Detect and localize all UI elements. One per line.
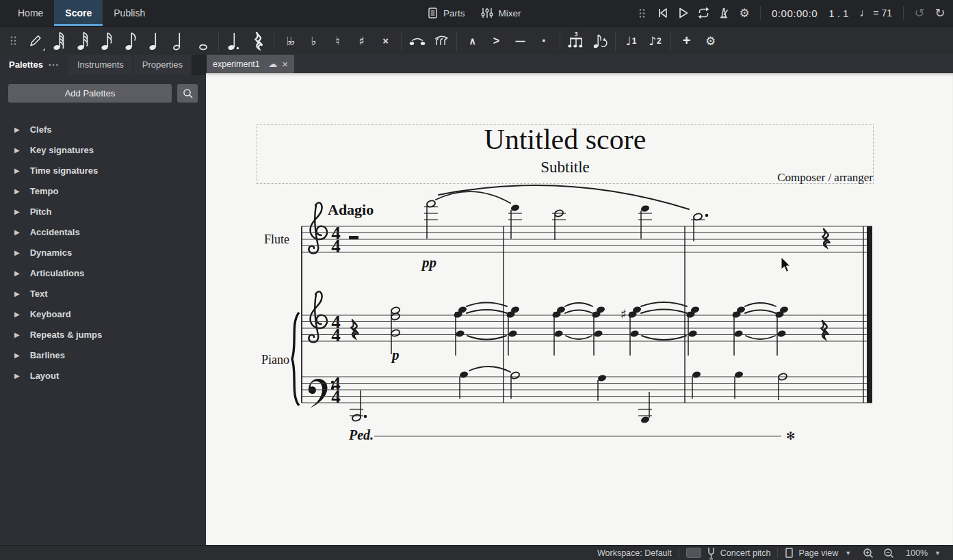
- flip-direction-button[interactable]: [588, 29, 612, 53]
- expand-arrow-icon[interactable]: ▶: [14, 167, 20, 174]
- rewind-button[interactable]: [652, 3, 673, 23]
- palette-item-barlines[interactable]: ▶Barlines: [0, 345, 206, 365]
- expand-arrow-icon[interactable]: ▶: [14, 187, 20, 195]
- palette-item-accidentals[interactable]: ▶Accidentals: [0, 222, 206, 242]
- tab-home[interactable]: Home: [7, 0, 54, 26]
- divider: [615, 31, 616, 51]
- palette-item-time-signatures[interactable]: ▶Time signatures: [0, 160, 206, 181]
- double-sharp-button[interactable]: ×: [374, 29, 397, 53]
- note-eighth-button[interactable]: [119, 29, 143, 53]
- undo-button[interactable]: ↺: [909, 3, 930, 23]
- tuplet-button[interactable]: 3: [564, 29, 588, 53]
- play-button[interactable]: [673, 3, 693, 23]
- mixer-button[interactable]: Mixer: [476, 4, 525, 22]
- tab-palettes[interactable]: Palettes ···: [0, 55, 68, 75]
- expand-arrow-icon[interactable]: ▶: [14, 372, 20, 379]
- note-32nd-button[interactable]: [71, 29, 95, 53]
- pedal-marking[interactable]: Ped.: [348, 427, 374, 442]
- tab-properties[interactable]: Properties: [133, 55, 192, 75]
- note-input-pencil-button[interactable]: [23, 29, 47, 53]
- flat-button[interactable]: ♭: [302, 29, 326, 53]
- marcato-button[interactable]: ∧: [460, 29, 484, 53]
- expand-arrow-icon[interactable]: ▶: [14, 310, 20, 318]
- palette-item-key-signatures[interactable]: ▶Key signatures: [0, 139, 206, 160]
- play-icon: [676, 6, 690, 20]
- voice-2-button[interactable]: ♪ 2: [643, 29, 667, 53]
- dynamic-p[interactable]: p: [391, 347, 400, 363]
- zoom-out-button[interactable]: [878, 546, 899, 560]
- playback-settings-button[interactable]: ⚙: [734, 3, 755, 23]
- staccato-button[interactable]: ·: [532, 29, 556, 53]
- expand-arrow-icon[interactable]: ▶: [14, 228, 20, 236]
- augmentation-dot-button[interactable]: [222, 29, 246, 53]
- zoom-in-button[interactable]: [858, 546, 878, 560]
- search-icon: [182, 88, 194, 99]
- palette-item-clefs[interactable]: ▶Clefs: [0, 119, 206, 139]
- expand-arrow-icon[interactable]: ▶: [14, 208, 20, 215]
- double-flat-icon: ♭♭: [286, 34, 293, 48]
- slur-button[interactable]: [429, 29, 453, 53]
- loop-playback-button[interactable]: [693, 3, 714, 23]
- expand-arrow-icon[interactable]: ▶: [14, 146, 20, 154]
- divider: [760, 6, 761, 20]
- expand-arrow-icon[interactable]: ▶: [14, 290, 20, 297]
- note-whole-button[interactable]: [191, 29, 215, 53]
- expand-arrow-icon[interactable]: ▶: [14, 351, 20, 359]
- natural-button[interactable]: ♮: [326, 29, 350, 53]
- voice-1-button[interactable]: ♩ 1: [619, 29, 643, 53]
- sharp-button[interactable]: ♯: [350, 29, 374, 53]
- palettes-menu-dots[interactable]: ···: [49, 55, 60, 75]
- palette-item-text[interactable]: ▶Text: [0, 283, 206, 304]
- rest-button[interactable]: [246, 29, 270, 53]
- palette-item-dynamics[interactable]: ▶Dynamics: [0, 242, 206, 263]
- tab-instruments[interactable]: Instruments: [68, 55, 133, 75]
- palette-item-repeats-jumps[interactable]: ▶Repeats & jumps: [0, 324, 206, 345]
- score-canvas[interactable]: Untitled score Subtitle Composer / arran…: [206, 73, 953, 545]
- palette-item-articulations[interactable]: ▶Articulations: [0, 263, 206, 283]
- parts-button[interactable]: Parts: [423, 4, 469, 22]
- add-element-button[interactable]: +: [675, 29, 699, 53]
- redo-button[interactable]: ↻: [930, 3, 950, 23]
- cloud-icon: ☁: [268, 59, 277, 69]
- note-quarter-button[interactable]: [143, 29, 167, 53]
- customize-toolbar-button[interactable]: ⚙: [699, 29, 722, 53]
- tenuto-button[interactable]: —: [508, 29, 532, 53]
- double-flat-button[interactable]: ♭♭: [278, 29, 302, 53]
- tempo-marking[interactable]: Adagio: [328, 201, 374, 218]
- note-16th-button[interactable]: [95, 29, 119, 53]
- document-tab[interactable]: experiment1 ☁ ×: [207, 55, 294, 73]
- accent-button[interactable]: >: [484, 29, 508, 53]
- expand-arrow-icon[interactable]: ▶: [14, 126, 20, 133]
- palette-item-pitch[interactable]: ▶Pitch: [0, 201, 206, 222]
- expand-arrow-icon[interactable]: ▶: [14, 331, 20, 338]
- palette-item-keyboard[interactable]: ▶Keyboard: [0, 304, 206, 324]
- expand-arrow-icon[interactable]: ▶: [14, 249, 20, 256]
- divider: [456, 31, 457, 51]
- palette-item-layout[interactable]: ▶Layout: [0, 365, 206, 386]
- pedal-end-star[interactable]: ✻: [786, 429, 795, 442]
- tie-button[interactable]: [405, 29, 429, 53]
- metronome-button[interactable]: [714, 3, 734, 23]
- playback-drag-handle[interactable]: [631, 3, 652, 23]
- search-palettes-button[interactable]: [177, 84, 198, 103]
- zoom-out-icon: [883, 547, 895, 559]
- tab-score[interactable]: Score: [54, 0, 103, 26]
- zoom-level-select[interactable]: 100% ▼: [899, 546, 948, 560]
- workspace-button[interactable]: Workspace: Default: [590, 546, 679, 560]
- notes-layer[interactable]: ♯: [302, 185, 872, 424]
- note-64th-button[interactable]: [47, 29, 71, 53]
- concert-pitch-toggle[interactable]: [686, 548, 701, 558]
- concert-pitch-control[interactable]: Concert pitch: [679, 546, 778, 560]
- expand-arrow-icon[interactable]: ▶: [14, 269, 20, 277]
- note-half-button[interactable]: [167, 29, 191, 53]
- palette-item-tempo[interactable]: ▶Tempo: [0, 181, 206, 201]
- view-mode-select[interactable]: Page view ▼: [778, 546, 858, 560]
- tab-publish[interactable]: Publish: [103, 0, 156, 26]
- piano-label[interactable]: Piano: [261, 353, 289, 366]
- close-tab-icon[interactable]: ×: [282, 58, 288, 70]
- plus-icon: +: [683, 33, 691, 49]
- dynamic-pp[interactable]: pp: [421, 254, 436, 271]
- flute-label[interactable]: Flute: [264, 232, 289, 246]
- add-palettes-button[interactable]: Add Palettes: [8, 84, 172, 103]
- toolbar-drag-handle[interactable]: [3, 31, 23, 51]
